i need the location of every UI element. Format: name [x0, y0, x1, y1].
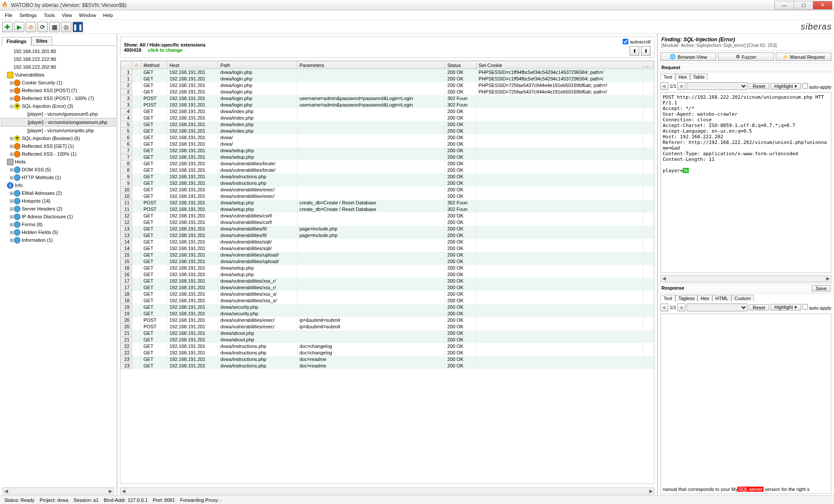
resp-highlight-button[interactable]: Highlight ▾	[771, 304, 801, 310]
menu-view[interactable]: View	[59, 12, 75, 19]
col-header[interactable]: Status	[445, 61, 476, 69]
req-reset-button[interactable]: Reset	[749, 83, 769, 89]
table-row[interactable]: 3POST192.168.191.201dvwa/login.phpuserna…	[121, 95, 654, 102]
tree-item[interactable]: ⊞HTTP Methods (1)	[1, 174, 116, 181]
menu-tools[interactable]: Tools	[40, 12, 58, 19]
req-autoapply[interactable]: auto-apply	[802, 83, 831, 90]
resp-tab-tagless[interactable]: Tagless	[675, 295, 697, 301]
tree-item[interactable]: Vulnerabilities	[1, 71, 116, 79]
table-row[interactable]: 6GET192.168.191.201dvwa/200 OK	[121, 141, 654, 147]
tree-item[interactable]: ⊞Information (1)	[1, 236, 116, 244]
table-row[interactable]: 10GET192.168.191.201dvwa/vulnerabilities…	[121, 187, 654, 193]
click-to-change[interactable]: click to change	[148, 47, 182, 53]
table-row[interactable]: 2GET192.168.191.201dvwa/login.php200 OKP…	[121, 89, 654, 95]
resp-next-button[interactable]: >	[677, 304, 685, 311]
target-button[interactable]: ◎	[61, 22, 71, 32]
table-row[interactable]: 4GET192.168.191.201dvwa/index.php200 OK	[121, 108, 654, 115]
table-row[interactable]: 22GET192.168.191.201dvwa/instructions.ph…	[121, 343, 654, 350]
table-row[interactable]: 20POST192.168.191.201dvwa/vulnerabilitie…	[121, 324, 654, 330]
table-row[interactable]: 18GET192.168.191.201dvwa/vulnerabilities…	[121, 297, 654, 304]
tree-item[interactable]: ⊞Hotspots (14)	[1, 197, 116, 205]
close-button[interactable]: ✕	[813, 1, 832, 10]
table-row[interactable]: 14GET192.168.191.201dvwa/vulnerabilities…	[121, 245, 654, 252]
col-header[interactable]: Path	[218, 61, 297, 69]
grid-button[interactable]: ▦	[49, 22, 60, 32]
qbtn-down-icon[interactable]: ⬇	[641, 46, 651, 56]
maximize-button[interactable]: ▢	[794, 1, 813, 10]
response-save-button[interactable]: Save	[812, 285, 831, 291]
resp-tab-hex[interactable]: Hex	[697, 295, 712, 301]
table-row[interactable]: 9GET192.168.191.201dvwa/instructions.php…	[121, 174, 654, 180]
col-header[interactable]	[121, 61, 132, 69]
center-hscroll[interactable]: ◀▶	[120, 487, 654, 494]
resp-autoapply[interactable]: auto-apply	[802, 304, 831, 310]
table-row[interactable]: 17GET192.168.191.201dvwa/vulnerabilities…	[121, 278, 654, 284]
table-row[interactable]: 16GET192.168.191.201dvwa/setup.php200 OK	[121, 271, 654, 278]
col-header[interactable]: Host	[167, 61, 218, 69]
table-row[interactable]: 15GET192.168.191.201dvwa/vulnerabilities…	[121, 252, 654, 258]
table-row[interactable]: 8GET192.168.191.201dvwa/vulnerabilities/…	[121, 167, 654, 174]
table-row[interactable]: 18GET192.168.191.201dvwa/vulnerabilities…	[121, 291, 654, 297]
table-row[interactable]: 21GET192.168.191.201dvwa/about.php200 OK	[121, 330, 654, 337]
table-row[interactable]: 5GET192.168.191.201dvwa/index.php200 OK	[121, 128, 654, 134]
table-row[interactable]: 1GET192.168.191.201dvwa/login.php200 OKP…	[121, 76, 654, 82]
stop-button[interactable]: ⊘	[26, 22, 36, 32]
req-select[interactable]	[687, 82, 747, 90]
table-row[interactable]: 7GET192.168.191.201dvwa/setup.php200 OK	[121, 154, 654, 160]
table-row[interactable]: 17GET192.168.191.201dvwa/vulnerabilities…	[121, 284, 654, 291]
autoscroll-checkbox[interactable]	[623, 39, 628, 44]
play-button[interactable]: ▶	[14, 22, 24, 32]
menu-window[interactable]: Window	[76, 12, 99, 19]
menu-file[interactable]: File	[2, 12, 16, 19]
resp-tab-custom[interactable]: Custom	[731, 295, 754, 301]
table-row[interactable]: 1GET192.168.191.201dvwa/login.php200 OKP…	[121, 69, 654, 76]
table-row[interactable]: 16GET192.168.191.201dvwa/setup.php200 OK	[121, 265, 654, 271]
fuzzer-button[interactable]: ⚙ Fuzzer	[718, 53, 774, 61]
resp-select[interactable]	[687, 304, 747, 311]
resp-tab-html[interactable]: HTML	[712, 295, 731, 301]
table-row[interactable]: 6GET192.168.191.201dvwa/200 OK	[121, 134, 654, 141]
req-hscroll[interactable]: ◀▶	[661, 275, 831, 282]
refresh-button[interactable]: ⟳	[37, 22, 48, 32]
tree-item[interactable]: ⊞DOM XSS (5)	[1, 166, 116, 174]
table-row[interactable]: 2GET192.168.191.201dvwa/login.php200 OKP…	[121, 82, 654, 89]
pause-button[interactable]: ❚❚	[73, 22, 83, 32]
req-tab-hex[interactable]: Hex	[675, 73, 690, 80]
tree-item[interactable]: 192.168.222.202:80	[1, 63, 116, 71]
table-row[interactable]: 19GET192.168.191.201dvwa/security.php200…	[121, 310, 654, 317]
tree-item[interactable]: ⊞Reflected XSS (POST) - 100% (7)	[1, 94, 116, 102]
left-hscroll[interactable]: ◀▶	[3, 487, 114, 494]
table-row[interactable]: 13GET192.168.191.201dvwa/vulnerabilities…	[121, 232, 654, 239]
findings-tree[interactable]: 192.168.191.201:80192.168.222.222:80192.…	[0, 47, 117, 487]
tree-item[interactable]: 192.168.222.222:80	[1, 55, 116, 63]
tree-item[interactable]: Hints	[1, 158, 116, 166]
table-row[interactable]: 5GET192.168.191.201dvwa/index.php200 OK	[121, 121, 654, 128]
table-row[interactable]: 12GET192.168.191.201dvwa/vulnerabilities…	[121, 213, 654, 219]
tree-item[interactable]: ⊞Hidden Fields (5)	[1, 228, 116, 236]
table-row[interactable]: 8GET192.168.191.201dvwa/vulnerabilities/…	[121, 160, 654, 167]
table-row[interactable]: 23GET192.168.191.201dvwa/instructions.ph…	[121, 356, 654, 363]
table-row[interactable]: 10GET192.168.191.201dvwa/vulnerabilities…	[121, 193, 654, 200]
requests-table-wrap[interactable]: ⚠MethodHostPathParametersStatusSet-Cooki…	[120, 60, 654, 484]
menu-help[interactable]: Help	[100, 12, 116, 19]
table-row[interactable]: 20POST192.168.191.201dvwa/vulnerabilitie…	[121, 317, 654, 324]
table-row[interactable]: 7GET192.168.191.201dvwa/setup.php200 OK	[121, 147, 654, 154]
manual-request-button[interactable]: ⚡ Manual Request	[776, 53, 831, 61]
req-tab-table[interactable]: Table	[690, 73, 707, 80]
req-prev-button[interactable]: <	[661, 82, 668, 90]
browser-view-button[interactable]: 🌐 Browser-View	[661, 53, 716, 61]
table-row[interactable]: 23GET192.168.191.201dvwa/instructions.ph…	[121, 363, 654, 369]
tree-item[interactable]: ⊟☢SQL-Injection (Error) (3)	[1, 102, 116, 110]
tree-item[interactable]: ⊞Reflected XSS [GET] (1)	[1, 142, 116, 150]
tree-item[interactable]: ⊞Reflected XSS [POST] (7)	[1, 87, 116, 94]
col-header[interactable]: Method	[141, 61, 167, 69]
tree-item[interactable]: ⊞Reflected XSS - 100% (1)	[1, 150, 116, 158]
table-row[interactable]: 12GET192.168.191.201dvwa/vulnerabilities…	[121, 219, 654, 226]
col-header[interactable]: ⚠	[132, 61, 141, 69]
table-row[interactable]: 15GET192.168.191.201dvwa/vulnerabilities…	[121, 258, 654, 265]
table-row[interactable]: 9GET192.168.191.201dvwa/instructions.php…	[121, 180, 654, 187]
table-row[interactable]: 22GET192.168.191.201dvwa/instructions.ph…	[121, 350, 654, 356]
table-row[interactable]: 11POST192.168.191.201dvwa/setup.phpcreat…	[121, 200, 654, 206]
minimize-button[interactable]: —	[774, 1, 794, 10]
col-header[interactable]: Set-Cookie	[476, 61, 643, 69]
